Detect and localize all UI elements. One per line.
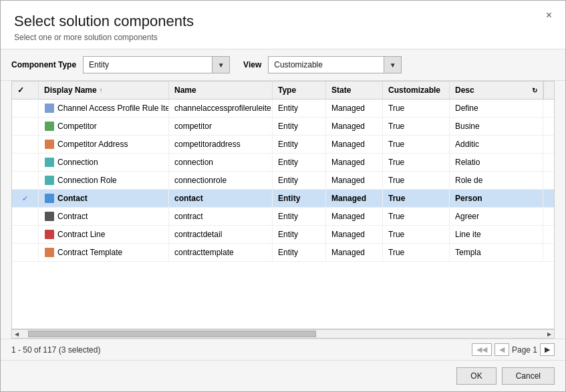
ok-button[interactable]: OK: [456, 367, 496, 385]
col-type-label: Type: [278, 85, 296, 95]
horizontal-scrollbar[interactable]: ◀ ▶: [11, 329, 555, 339]
row-check[interactable]: [12, 244, 39, 261]
dialog-footer: OK Cancel: [1, 360, 565, 391]
row-type: Entity: [273, 190, 326, 207]
row-desc: Define: [450, 100, 543, 117]
row-display-name: Competitor: [39, 118, 169, 135]
content-body: ✓ Display Name ↑ Name Type State Customi…: [1, 81, 565, 360]
row-customizable: True: [383, 208, 450, 225]
row-name: competitor: [169, 118, 273, 135]
row-display-name: Contract: [39, 208, 169, 225]
row-state: Managed: [326, 244, 383, 261]
cancel-button[interactable]: Cancel: [502, 367, 555, 385]
hscroll-left-icon[interactable]: ◀: [12, 331, 21, 337]
row-type: Entity: [273, 100, 326, 117]
hscroll-track[interactable]: [21, 330, 545, 338]
grid-header: ✓ Display Name ↑ Name Type State Customi…: [12, 81, 554, 100]
col-state[interactable]: State: [326, 81, 383, 99]
row-state: Managed: [326, 208, 383, 225]
table-row[interactable]: Channel Access Profile Rule Item channel…: [12, 100, 554, 118]
entity-icon: [44, 121, 55, 132]
hscroll-thumb[interactable]: [28, 331, 316, 337]
row-name: contracttemplate: [169, 244, 273, 261]
row-type: Entity: [273, 154, 326, 171]
refresh-icon[interactable]: ↻: [532, 87, 537, 94]
row-display-name: Channel Access Profile Rule Item: [39, 100, 169, 117]
col-customizable[interactable]: Customizable: [383, 81, 450, 99]
entity-icon: [44, 211, 55, 222]
row-type: Entity: [273, 244, 326, 261]
row-state: Managed: [326, 190, 383, 207]
close-button[interactable]: ×: [542, 9, 556, 22]
grid-body[interactable]: Channel Access Profile Rule Item channel…: [12, 100, 554, 329]
row-customizable: True: [383, 172, 450, 189]
row-name: channelaccessprofileruleite...: [169, 100, 273, 117]
first-page-button[interactable]: ◀◀: [472, 343, 492, 356]
pagination: ◀◀ ◀ Page 1 ▶: [472, 343, 555, 356]
component-type-arrow-icon[interactable]: ▼: [212, 57, 229, 73]
row-state: Managed: [326, 226, 383, 243]
table-row[interactable]: Competitor Address competitoraddress Ent…: [12, 136, 554, 154]
toolbar: Component Type Entity ▼ View Customizabl…: [1, 49, 565, 81]
col-desc[interactable]: Desc ↻: [450, 81, 543, 99]
row-check[interactable]: [12, 136, 39, 153]
next-page-button[interactable]: ▶: [540, 343, 555, 356]
col-customizable-label: Customizable: [388, 85, 440, 95]
table-row[interactable]: Connection connection Entity Managed Tru…: [12, 154, 554, 172]
row-customizable: True: [383, 226, 450, 243]
row-check[interactable]: [12, 154, 39, 171]
view-arrow-icon[interactable]: ▼: [384, 57, 401, 73]
row-check[interactable]: [12, 118, 39, 135]
col-state-label: State: [331, 85, 351, 95]
row-state: Managed: [326, 136, 383, 153]
row-display-name: Connection Role: [39, 172, 169, 189]
scrollbar-header: [543, 81, 554, 99]
row-display-name: Contract Line: [39, 226, 169, 243]
col-display-name[interactable]: Display Name ↑: [39, 81, 169, 99]
row-customizable: True: [383, 154, 450, 171]
entity-icon: [44, 175, 55, 186]
view-select[interactable]: Customizable ▼: [268, 56, 402, 73]
select-solution-components-dialog: Select solution components Select one or…: [0, 0, 566, 392]
table-row[interactable]: Contract Template contracttemplate Entit…: [12, 244, 554, 262]
row-desc: Additic: [450, 136, 543, 153]
table-row[interactable]: Competitor competitor Entity Managed Tru…: [12, 118, 554, 136]
table-row[interactable]: Connection Role connectionrole Entity Ma…: [12, 172, 554, 190]
col-check[interactable]: ✓: [12, 81, 39, 99]
table-row[interactable]: Contract contract Entity Managed True Ag…: [12, 208, 554, 226]
row-type: Entity: [273, 172, 326, 189]
view-value: Customizable: [269, 60, 384, 69]
col-type[interactable]: Type: [273, 81, 326, 99]
row-display-name: Contact: [39, 190, 169, 207]
row-name: connectionrole: [169, 172, 273, 189]
row-check[interactable]: [12, 100, 39, 117]
row-type: Entity: [273, 136, 326, 153]
row-name: contractdetail: [169, 226, 273, 243]
row-check[interactable]: [12, 226, 39, 243]
col-display-name-label: Display Name: [44, 85, 97, 95]
row-desc: Line ite: [450, 226, 543, 243]
table-row[interactable]: ✓ Contact contact Entity Managed True Pe…: [12, 190, 554, 208]
prev-page-button[interactable]: ◀: [494, 343, 509, 356]
check-icon: ✓: [17, 85, 24, 95]
row-check[interactable]: [12, 172, 39, 189]
row-desc: Templa: [450, 244, 543, 261]
row-state: Managed: [326, 100, 383, 117]
entity-icon: [44, 103, 55, 114]
component-type-label: Component Type: [11, 60, 76, 69]
row-display-name: Competitor Address: [39, 136, 169, 153]
row-check[interactable]: ✓: [12, 190, 39, 207]
hscroll-right-icon[interactable]: ▶: [545, 331, 554, 337]
row-customizable: True: [383, 190, 450, 207]
page-label: Page 1: [512, 345, 537, 355]
row-desc: Busine: [450, 118, 543, 135]
dialog-subtitle: Select one or more solution components: [14, 33, 552, 42]
row-name: competitoraddress: [169, 136, 273, 153]
row-name: connection: [169, 154, 273, 171]
row-desc: Role de: [450, 172, 543, 189]
table-row[interactable]: Contract Line contractdetail Entity Mana…: [12, 226, 554, 244]
component-type-select[interactable]: Entity ▼: [83, 56, 230, 73]
col-name[interactable]: Name: [169, 81, 273, 99]
row-check[interactable]: [12, 208, 39, 225]
row-desc: Relatio: [450, 154, 543, 171]
